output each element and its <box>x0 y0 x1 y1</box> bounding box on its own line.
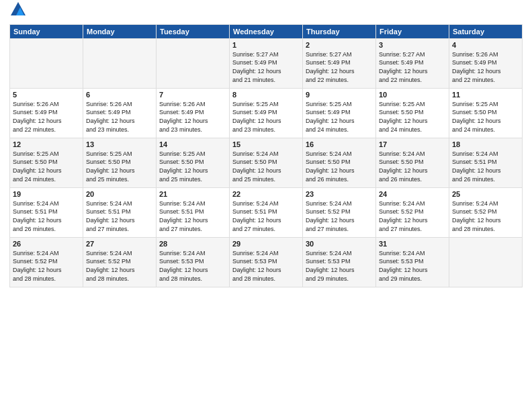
day-cell: 10Sunrise: 5:25 AM Sunset: 5:50 PM Dayli… <box>376 88 449 138</box>
day-number: 13 <box>86 140 153 148</box>
day-number: 9 <box>306 91 373 99</box>
day-number: 28 <box>159 240 226 248</box>
day-cell: 18Sunrise: 5:24 AM Sunset: 5:51 PM Dayli… <box>449 138 523 187</box>
day-cell: 1Sunrise: 5:27 AM Sunset: 5:49 PM Daylig… <box>230 38 303 88</box>
week-row-5: 26Sunrise: 5:24 AM Sunset: 5:52 PM Dayli… <box>10 237 523 287</box>
day-info: Sunrise: 5:25 AM Sunset: 5:50 PM Dayligh… <box>452 100 519 134</box>
day-info: Sunrise: 5:24 AM Sunset: 5:53 PM Dayligh… <box>306 249 373 283</box>
day-number: 1 <box>232 41 300 49</box>
header <box>9 7 523 20</box>
day-info: Sunrise: 5:24 AM Sunset: 5:50 PM Dayligh… <box>232 150 300 183</box>
day-cell: 24Sunrise: 5:24 AM Sunset: 5:52 PM Dayli… <box>376 187 449 237</box>
day-number: 27 <box>86 240 153 248</box>
day-number: 11 <box>452 91 519 99</box>
day-number: 4 <box>452 41 519 49</box>
day-cell: 23Sunrise: 5:24 AM Sunset: 5:52 PM Dayli… <box>303 187 376 237</box>
day-cell: 25Sunrise: 5:24 AM Sunset: 5:52 PM Dayli… <box>449 187 523 237</box>
day-cell: 28Sunrise: 5:24 AM Sunset: 5:53 PM Dayli… <box>157 237 230 287</box>
day-number: 24 <box>379 190 446 198</box>
day-info: Sunrise: 5:24 AM Sunset: 5:52 PM Dayligh… <box>452 199 519 233</box>
day-cell: 21Sunrise: 5:24 AM Sunset: 5:51 PM Dayli… <box>157 187 230 237</box>
day-info: Sunrise: 5:25 AM Sunset: 5:49 PM Dayligh… <box>232 100 300 134</box>
day-info: Sunrise: 5:26 AM Sunset: 5:49 PM Dayligh… <box>159 100 226 134</box>
day-cell: 16Sunrise: 5:24 AM Sunset: 5:50 PM Dayli… <box>303 138 376 187</box>
day-number: 23 <box>306 190 373 198</box>
week-row-3: 12Sunrise: 5:25 AM Sunset: 5:50 PM Dayli… <box>10 138 523 187</box>
day-info: Sunrise: 5:24 AM Sunset: 5:51 PM Dayligh… <box>232 199 300 233</box>
logo-icon <box>11 2 26 15</box>
day-number: 25 <box>452 190 519 198</box>
day-info: Sunrise: 5:27 AM Sunset: 5:49 PM Dayligh… <box>379 50 446 84</box>
day-cell: 27Sunrise: 5:24 AM Sunset: 5:52 PM Dayli… <box>83 237 157 287</box>
calendar-table: SundayMondayTuesdayWednesdayThursdayFrid… <box>9 24 523 287</box>
day-info: Sunrise: 5:24 AM Sunset: 5:52 PM Dayligh… <box>306 199 373 233</box>
day-info: Sunrise: 5:24 AM Sunset: 5:50 PM Dayligh… <box>379 150 446 183</box>
day-cell: 31Sunrise: 5:24 AM Sunset: 5:53 PM Dayli… <box>376 237 449 287</box>
day-cell: 7Sunrise: 5:26 AM Sunset: 5:49 PM Daylig… <box>157 88 230 138</box>
day-number: 17 <box>379 140 446 148</box>
day-cell: 2Sunrise: 5:27 AM Sunset: 5:49 PM Daylig… <box>303 38 376 88</box>
day-info: Sunrise: 5:24 AM Sunset: 5:51 PM Dayligh… <box>86 199 153 233</box>
day-cell <box>10 38 83 88</box>
header-cell-monday: Monday <box>83 24 157 38</box>
day-info: Sunrise: 5:27 AM Sunset: 5:49 PM Dayligh… <box>306 50 373 84</box>
day-number: 14 <box>159 140 226 148</box>
day-info: Sunrise: 5:24 AM Sunset: 5:52 PM Dayligh… <box>379 199 446 233</box>
day-cell <box>449 237 523 287</box>
day-number: 19 <box>13 190 80 198</box>
day-number: 3 <box>379 41 446 49</box>
day-info: Sunrise: 5:24 AM Sunset: 5:53 PM Dayligh… <box>379 249 446 283</box>
day-info: Sunrise: 5:26 AM Sunset: 5:49 PM Dayligh… <box>86 100 153 134</box>
day-cell: 3Sunrise: 5:27 AM Sunset: 5:49 PM Daylig… <box>376 38 449 88</box>
day-number: 18 <box>452 140 519 148</box>
day-cell: 9Sunrise: 5:25 AM Sunset: 5:49 PM Daylig… <box>303 88 376 138</box>
day-number: 26 <box>13 240 80 248</box>
day-cell: 5Sunrise: 5:26 AM Sunset: 5:49 PM Daylig… <box>10 88 83 138</box>
day-cell: 17Sunrise: 5:24 AM Sunset: 5:50 PM Dayli… <box>376 138 449 187</box>
day-info: Sunrise: 5:25 AM Sunset: 5:50 PM Dayligh… <box>159 150 226 183</box>
day-cell <box>157 38 230 88</box>
day-number: 30 <box>306 240 373 248</box>
day-cell: 14Sunrise: 5:25 AM Sunset: 5:50 PM Dayli… <box>157 138 230 187</box>
day-number: 6 <box>86 91 153 99</box>
day-cell: 29Sunrise: 5:24 AM Sunset: 5:53 PM Dayli… <box>230 237 303 287</box>
day-info: Sunrise: 5:24 AM Sunset: 5:50 PM Dayligh… <box>306 150 373 183</box>
day-number: 15 <box>232 140 300 148</box>
day-info: Sunrise: 5:25 AM Sunset: 5:50 PM Dayligh… <box>86 150 153 183</box>
week-row-4: 19Sunrise: 5:24 AM Sunset: 5:51 PM Dayli… <box>10 187 523 237</box>
day-number: 12 <box>13 140 80 148</box>
day-number: 7 <box>159 91 226 99</box>
day-info: Sunrise: 5:27 AM Sunset: 5:49 PM Dayligh… <box>232 50 300 84</box>
day-number: 20 <box>86 190 153 198</box>
week-row-2: 5Sunrise: 5:26 AM Sunset: 5:49 PM Daylig… <box>10 88 523 138</box>
day-cell: 11Sunrise: 5:25 AM Sunset: 5:50 PM Dayli… <box>449 88 523 138</box>
header-cell-wednesday: Wednesday <box>230 24 303 38</box>
logo <box>9 7 26 20</box>
header-cell-tuesday: Tuesday <box>157 24 230 38</box>
header-cell-thursday: Thursday <box>303 24 376 38</box>
day-info: Sunrise: 5:25 AM Sunset: 5:50 PM Dayligh… <box>13 150 80 183</box>
day-number: 31 <box>379 240 446 248</box>
day-cell: 8Sunrise: 5:25 AM Sunset: 5:49 PM Daylig… <box>230 88 303 138</box>
day-number: 16 <box>306 140 373 148</box>
day-number: 8 <box>232 91 300 99</box>
day-cell: 30Sunrise: 5:24 AM Sunset: 5:53 PM Dayli… <box>303 237 376 287</box>
day-cell: 19Sunrise: 5:24 AM Sunset: 5:51 PM Dayli… <box>10 187 83 237</box>
day-info: Sunrise: 5:25 AM Sunset: 5:50 PM Dayligh… <box>379 100 446 134</box>
day-cell <box>83 38 157 88</box>
day-info: Sunrise: 5:24 AM Sunset: 5:51 PM Dayligh… <box>452 150 519 183</box>
day-cell: 22Sunrise: 5:24 AM Sunset: 5:51 PM Dayli… <box>230 187 303 237</box>
day-cell: 26Sunrise: 5:24 AM Sunset: 5:52 PM Dayli… <box>10 237 83 287</box>
day-info: Sunrise: 5:24 AM Sunset: 5:52 PM Dayligh… <box>86 249 153 283</box>
day-cell: 20Sunrise: 5:24 AM Sunset: 5:51 PM Dayli… <box>83 187 157 237</box>
day-number: 29 <box>232 240 300 248</box>
day-cell: 13Sunrise: 5:25 AM Sunset: 5:50 PM Dayli… <box>83 138 157 187</box>
day-info: Sunrise: 5:24 AM Sunset: 5:51 PM Dayligh… <box>159 199 226 233</box>
header-cell-sunday: Sunday <box>10 24 83 38</box>
day-cell: 4Sunrise: 5:26 AM Sunset: 5:49 PM Daylig… <box>449 38 523 88</box>
day-info: Sunrise: 5:26 AM Sunset: 5:49 PM Dayligh… <box>452 50 519 84</box>
day-info: Sunrise: 5:24 AM Sunset: 5:53 PM Dayligh… <box>232 249 300 283</box>
day-number: 2 <box>306 41 373 49</box>
day-info: Sunrise: 5:25 AM Sunset: 5:49 PM Dayligh… <box>306 100 373 134</box>
day-number: 22 <box>232 190 300 198</box>
